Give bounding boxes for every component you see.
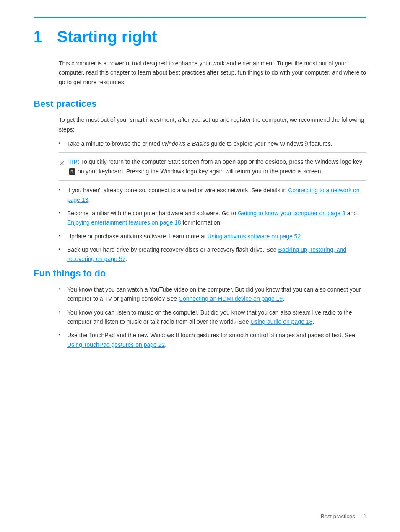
chapter-number: 1	[34, 28, 49, 46]
best-practices-intro: To get the most out of your smart invest…	[59, 115, 366, 134]
backup-text-before: Back up your hard drive by creating reco…	[67, 246, 278, 253]
best-practices-heading: Best practices	[34, 98, 366, 109]
windows-key-icon: ⊞	[69, 168, 75, 175]
antivirus-text-after: .	[301, 233, 302, 240]
tip-content: TIP: To quickly return to the computer S…	[68, 157, 362, 176]
tip-icon: ✳	[59, 158, 65, 170]
tip-box: ✳ TIP: To quickly return to the computer…	[59, 152, 366, 181]
chapter-title: Starting right	[57, 28, 157, 46]
chapter-header: 1 Starting right	[34, 28, 366, 46]
youtube-link[interactable]: Connecting an HDMI device on page 19	[179, 295, 283, 302]
best-practices-list-2: If you haven't already done so, connect …	[59, 186, 366, 264]
page-container: 1 Starting right This computer is a powe…	[0, 0, 400, 379]
music-text-after: .	[312, 318, 314, 325]
list-item-windows-basics: Take a minute to browse the printed Wind…	[59, 139, 366, 148]
list-item-antivirus: Update or purchase antivirus software. L…	[59, 232, 366, 241]
footer-section: Best practices	[321, 513, 355, 519]
hardware-link1[interactable]: Getting to know your computer on page 3	[238, 210, 345, 217]
list-item-backup: Back up your hard drive by creating reco…	[59, 245, 366, 264]
hardware-text-middle: and	[345, 210, 357, 217]
windows-basics-italic: Windows 8 Basics	[162, 140, 209, 147]
tip-text-before: To quickly return to the computer Start …	[79, 158, 362, 165]
intro-text: This computer is a powerful tool designe…	[59, 59, 366, 87]
list-item-network: If you haven't already done so, connect …	[59, 186, 366, 204]
list-item-hardware: Become familiar with the computer hardwa…	[59, 209, 366, 227]
tip-text-after: on your keyboard. Pressing the Windows l…	[76, 168, 322, 175]
footer: Best practices 1	[321, 513, 366, 519]
music-link[interactable]: Using audio on page 18	[250, 318, 312, 325]
network-text-after: .	[88, 196, 90, 203]
youtube-text-after: .	[283, 295, 284, 302]
hardware-text-before: Become familiar with the computer hardwa…	[67, 210, 238, 217]
network-text-before: If you haven't already done so, connect …	[67, 187, 288, 194]
touchpad-text-before: Use the TouchPad and the new Windows 8 t…	[67, 332, 355, 338]
hardware-text-after: for information.	[181, 219, 222, 226]
footer-page: 1	[364, 513, 366, 519]
backup-text-after: .	[125, 256, 127, 262]
antivirus-link[interactable]: Using antivirus software on page 52	[208, 233, 301, 240]
antivirus-text-before: Update or purchase antivirus software. L…	[67, 233, 208, 240]
best-practices-list-1: Take a minute to browse the printed Wind…	[59, 139, 366, 148]
tip-label: TIP:	[68, 158, 79, 165]
list-item-youtube: You know that you can watch a YouTube vi…	[59, 285, 366, 304]
list-item-music: You know you can listen to music on the …	[59, 308, 366, 327]
top-rule	[34, 17, 366, 18]
hardware-link2[interactable]: Enjoying entertainment features on page …	[67, 219, 181, 226]
list-item-touchpad: Use the TouchPad and the new Windows 8 t…	[59, 331, 366, 349]
fun-things-heading: Fun things to do	[34, 268, 366, 279]
windows-basics-text-after: guide to explore your new Windows® featu…	[209, 140, 332, 147]
touchpad-text-after: .	[165, 341, 166, 348]
fun-things-list: You know that you can watch a YouTube vi…	[59, 285, 366, 349]
touchpad-link[interactable]: Using TouchPad gestures on page 22	[67, 341, 165, 348]
windows-basics-text-before: Take a minute to browse the printed	[67, 140, 162, 147]
